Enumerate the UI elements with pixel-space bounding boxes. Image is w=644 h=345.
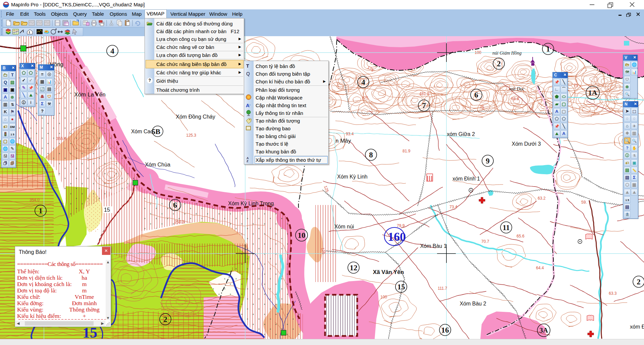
svg-text:93.4: 93.4 xyxy=(346,132,354,136)
svg-text:Xóm Đồng Cháy: Xóm Đồng Cháy xyxy=(176,114,215,120)
svg-text:4: 4 xyxy=(361,78,365,86)
svg-text:481.9: 481.9 xyxy=(419,91,429,96)
svg-text:73.4: 73.4 xyxy=(449,205,458,209)
svg-text:70.7: 70.7 xyxy=(481,239,489,244)
svg-text:xóm Giữa 2: xóm Giữa 2 xyxy=(447,131,475,137)
svg-text:6: 6 xyxy=(474,91,478,99)
svg-text:Xã Văn Yên: Xã Văn Yên xyxy=(373,269,404,275)
svg-text:Xóm Dưới 3: Xóm Dưới 3 xyxy=(512,141,541,147)
svg-text:1: 1 xyxy=(546,45,550,53)
svg-text:xóm Đ: xóm Đ xyxy=(630,324,644,330)
svg-text:Xóm Chùa: Xóm Chùa xyxy=(145,162,170,167)
svg-text:Xóm Bàu 2: Xóm Bàu 2 xyxy=(460,301,486,306)
svg-text:175: 175 xyxy=(362,96,368,100)
svg-text:100: 100 xyxy=(475,50,481,55)
svg-text:4: 4 xyxy=(110,47,114,55)
svg-text:1: 1 xyxy=(39,207,43,215)
svg-text:354.0: 354.0 xyxy=(30,198,40,202)
svg-text:Xóm núi: Xóm núi xyxy=(334,224,354,229)
svg-text:Xóm Kỳ Linh Trong: Xóm Kỳ Linh Trong xyxy=(228,201,274,206)
svg-text:Xóm Kỳ Linh: Xóm Kỳ Linh xyxy=(337,174,368,180)
svg-text:xóm Đình 1: xóm Đình 1 xyxy=(452,176,480,182)
svg-text:9: 9 xyxy=(486,157,490,165)
svg-text:16: 16 xyxy=(441,326,449,334)
svg-text:7: 7 xyxy=(422,101,426,110)
svg-text:79.9: 79.9 xyxy=(397,223,405,228)
svg-text:n Mây: n Mây xyxy=(335,138,351,144)
svg-text:75: 75 xyxy=(574,83,578,88)
svg-text:1A: 1A xyxy=(588,88,597,97)
svg-text:63.2: 63.2 xyxy=(538,196,546,201)
svg-text:3A: 3A xyxy=(539,326,548,334)
svg-text:2: 2 xyxy=(163,315,167,324)
svg-text:68.8: 68.8 xyxy=(511,96,519,101)
svg-text:i: i xyxy=(29,30,30,34)
svg-text:355.6: 355.6 xyxy=(56,136,66,141)
svg-text:250.3: 250.3 xyxy=(174,220,184,224)
svg-text:63.3: 63.3 xyxy=(609,291,617,296)
svg-text:160: 160 xyxy=(388,230,406,244)
svg-text:6: 6 xyxy=(173,201,177,209)
svg-text:125.3: 125.3 xyxy=(186,133,196,138)
svg-text:8: 8 xyxy=(369,151,373,159)
svg-text:2: 2 xyxy=(637,278,641,286)
svg-text:núi Dọc: núi Dọc xyxy=(509,86,525,91)
svg-text:Xóm Bàu 1: Xóm Bàu 1 xyxy=(420,243,446,249)
svg-text:111.7: 111.7 xyxy=(438,286,447,291)
svg-text:15: 15 xyxy=(397,283,405,291)
svg-text:Xóm Cao: Xóm Cao xyxy=(131,129,154,134)
svg-text:75: 75 xyxy=(480,105,484,110)
svg-text:81.9: 81.9 xyxy=(402,149,411,153)
svg-text:100: 100 xyxy=(380,295,387,299)
svg-text:11: 11 xyxy=(502,223,510,232)
svg-text:12: 12 xyxy=(350,264,358,272)
svg-text:64.4: 64.4 xyxy=(536,266,544,270)
svg-text:10: 10 xyxy=(298,231,306,239)
svg-text:2: 2 xyxy=(497,60,501,68)
svg-text:núi Giám Hồng: núi Giám Hồng xyxy=(492,51,522,56)
svg-text:15: 15 xyxy=(104,207,110,213)
svg-text:i: i xyxy=(23,29,24,33)
svg-text:65.6: 65.6 xyxy=(517,234,525,238)
svg-text:59.: 59. xyxy=(581,200,587,205)
svg-text:Xóm La Yến: Xóm La Yến xyxy=(74,91,105,98)
